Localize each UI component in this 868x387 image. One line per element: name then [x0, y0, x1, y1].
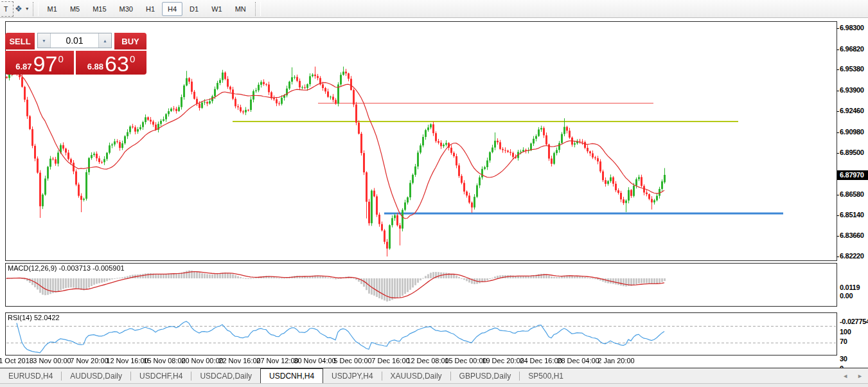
price-axis-label: 6.83660	[840, 231, 868, 239]
price-axis-tick	[837, 215, 839, 216]
buy-price-display[interactable]: 6.88 63 0	[76, 51, 146, 75]
price-axis-label: 6.93900	[840, 86, 868, 94]
rsi-label: RSI(14) 52.0422	[8, 314, 60, 321]
toolbar-separator	[33, 2, 39, 16]
chart-tab-eurusd-h4[interactable]: EURUSD,H4	[0, 368, 61, 383]
macd-panel	[5, 263, 837, 307]
price-axis-tick	[837, 111, 839, 112]
tab-scroll-right-icon[interactable]: ►	[857, 373, 863, 379]
sell-price-small: 6.87	[15, 62, 31, 71]
top-toolbar: T ❖ ▼ M1M5M15M30H1H4D1W1MN	[0, 0, 868, 18]
buy-price-small: 6.88	[87, 62, 103, 71]
price-axis-label: 6.86580	[840, 190, 868, 198]
macd-label: MACD(12,26,9) -0.003713 -0.005901	[8, 264, 125, 272]
buy-price-sup: 0	[130, 53, 135, 64]
price-axis-tick	[837, 132, 839, 133]
current-price-tag: 6.87970	[837, 170, 868, 180]
buy-price-big: 63	[105, 54, 129, 73]
price-axis-tick	[837, 256, 839, 257]
chart-tab-usdcnh-h4[interactable]: USDCNH,H4	[260, 368, 323, 383]
chart-tab-bar: EURUSD,H4AUDUSD,DailyUSDCHF,H4USDCAD,Dai…	[0, 368, 868, 383]
price-axis-tick	[837, 50, 839, 50]
chart-tab-xauusd-daily[interactable]: XAUUSD,Daily	[382, 368, 450, 383]
price-axis-tick	[837, 28, 839, 29]
tab-scroll-buttons: ◄ ►	[842, 368, 868, 383]
rsi-axis-label: 70	[840, 338, 868, 345]
time-axis-label: 2 Jan 20:00	[587, 357, 645, 364]
rsi-panel	[5, 312, 837, 356]
sell-button[interactable]: SELL	[5, 33, 35, 50]
toolbar-separator	[255, 2, 261, 16]
mt4-window: T ❖ ▼ M1M5M15M30H1H4D1W1MN ▲USDCNH,H4 6.…	[0, 0, 868, 387]
objects-icon: ❖	[15, 4, 22, 14]
price-axis-tick	[837, 69, 839, 70]
one-click-trade-panel: SELL ▼ 0.01 ▲ BUY 6.87 97 0 6.88 63 0	[5, 33, 146, 74]
rsi-axis-label: 100	[840, 328, 868, 336]
chart-tab-audusd-daily[interactable]: AUDUSD,Daily	[62, 368, 130, 383]
price-axis-tick	[837, 195, 839, 195]
sell-price-big: 97	[33, 54, 58, 73]
rsi-canvas[interactable]	[6, 313, 837, 355]
chart-workspace: ▲USDCNH,H4 6.87750 6.88605 6.87324 6.879…	[0, 18, 868, 368]
price-axis-label: 6.89500	[840, 148, 868, 156]
chart-tab-usdchf-h4[interactable]: USDCHF,H4	[131, 368, 191, 383]
price-axis-label: 6.95380	[840, 65, 868, 73]
text-tool-icon[interactable]: T	[0, 1, 13, 17]
tab-scroll-left-icon[interactable]: ◄	[842, 373, 848, 379]
spinner-down-icon[interactable]: ▼	[38, 33, 51, 48]
macd-axis-label: 0.00	[840, 292, 868, 300]
timeframe-button-m1[interactable]: M1	[42, 2, 63, 16]
buy-button[interactable]: BUY	[114, 33, 146, 50]
timeframe-button-m5[interactable]: M5	[64, 2, 85, 16]
price-axis-tick	[837, 236, 839, 237]
bottom-strip	[0, 383, 868, 387]
sell-price-sup: 0	[58, 53, 63, 64]
volume-value[interactable]: 0.01	[51, 33, 98, 48]
chart-tab-gbpusd-daily[interactable]: GBPUSD,Daily	[451, 368, 520, 383]
price-axis-tick	[837, 153, 839, 154]
timeframe-button-h1[interactable]: H1	[140, 2, 161, 16]
price-axis-label: 6.98300	[840, 24, 868, 32]
price-axis-tick	[837, 91, 839, 91]
timeframe-group: M1M5M15M30H1H4D1W1MN	[41, 2, 252, 16]
chart-tab-usdjpy-h4[interactable]: USDJPY,H4	[323, 368, 381, 383]
price-axis-label: 6.82220	[840, 252, 868, 260]
price-axis-label: 6.85140	[840, 211, 868, 219]
sell-price-display[interactable]: 6.87 97 0	[5, 51, 74, 75]
price-axis-label: 6.92460	[840, 107, 868, 114]
volume-spinner: ▼ 0.01 ▲	[37, 33, 112, 48]
macd-canvas[interactable]	[6, 264, 837, 306]
timeframe-button-w1[interactable]: W1	[206, 2, 228, 16]
chevron-down-icon: ▼	[25, 6, 30, 11]
spinner-up-icon[interactable]: ▲	[98, 33, 111, 48]
objects-tool-button[interactable]: ❖ ▼	[15, 2, 30, 16]
timeframe-button-mn[interactable]: MN	[229, 2, 252, 16]
timeframe-button-m30[interactable]: M30	[114, 2, 139, 16]
macd-axis-label: 0.0119	[840, 284, 868, 291]
price-axis-label: 6.96820	[840, 45, 868, 53]
chart-tab-sp500-h1[interactable]: SP500,H1	[520, 368, 572, 383]
rsi-axis-label: 30	[840, 355, 868, 363]
macd-axis-label: -0.027754	[840, 318, 868, 325]
timeframe-button-m15[interactable]: M15	[87, 2, 112, 16]
price-axis-label: 6.90980	[840, 128, 868, 136]
timeframe-button-d1[interactable]: D1	[184, 2, 204, 16]
timeframe-button-h4[interactable]: H4	[162, 2, 182, 16]
chart-tab-usdcad-daily[interactable]: USDCAD,Daily	[191, 368, 260, 383]
